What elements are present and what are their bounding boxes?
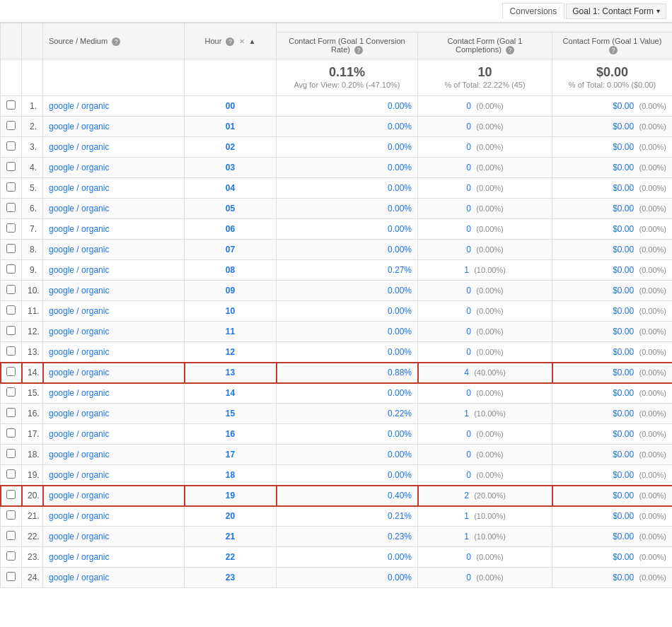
row-checkbox-cell[interactable]	[1, 486, 22, 506]
source-link[interactable]: google / organic	[49, 491, 109, 500]
row-completions: 0 (0.00%)	[418, 322, 552, 342]
completions-pct: (10.00%)	[474, 512, 506, 520]
row-checkbox-cell[interactable]	[1, 281, 22, 301]
row-checkbox-cell[interactable]	[1, 137, 22, 158]
row-checkbox-cell[interactable]	[1, 547, 22, 568]
source-link[interactable]: google / organic	[49, 265, 109, 275]
value-help-icon[interactable]: ?	[609, 46, 618, 54]
row-checkbox-cell[interactable]	[1, 96, 22, 117]
row-checkbox-cell[interactable]	[1, 424, 22, 445]
goal-selector[interactable]: Goal 1: Contact Form ▾	[566, 4, 666, 19]
source-link[interactable]: google / organic	[49, 573, 109, 582]
row-checkbox[interactable]	[6, 141, 16, 151]
row-checkbox[interactable]	[6, 326, 16, 335]
table-row: 23. google / organic 22 0.00% 0 (0.00%) …	[1, 547, 673, 568]
table-row: 10. google / organic 09 0.00% 0 (0.00%) …	[1, 281, 673, 301]
source-link[interactable]: google / organic	[49, 388, 109, 398]
row-checkbox-cell[interactable]	[1, 465, 22, 486]
row-checkbox[interactable]	[6, 387, 16, 397]
completions-help-icon[interactable]: ?	[506, 46, 514, 54]
hour-close-icon[interactable]: ✕	[239, 37, 245, 45]
row-checkbox[interactable]	[6, 244, 16, 253]
source-link[interactable]: google / organic	[49, 368, 109, 377]
row-checkbox[interactable]	[6, 428, 16, 438]
source-medium-header[interactable]: Source / Medium ?	[43, 23, 185, 59]
row-checkbox[interactable]	[6, 469, 16, 479]
hour-header[interactable]: Hour ? ✕ ▲	[185, 23, 277, 59]
source-help-icon[interactable]: ?	[112, 37, 120, 46]
source-link[interactable]: google / organic	[49, 183, 109, 193]
source-link[interactable]: google / organic	[49, 142, 109, 152]
row-checkbox-cell[interactable]	[1, 506, 22, 527]
row-rate: 0.00%	[277, 445, 418, 465]
source-link[interactable]: google / organic	[49, 327, 109, 336]
row-checkbox-cell[interactable]	[1, 342, 22, 363]
row-value: $0.00 (0.00%)	[552, 465, 673, 486]
row-checkbox-cell[interactable]	[1, 219, 22, 240]
row-checkbox[interactable]	[6, 162, 16, 171]
source-link[interactable]: google / organic	[49, 101, 109, 111]
row-checkbox[interactable]	[6, 305, 16, 315]
row-value: $0.00 (0.00%)	[552, 322, 673, 342]
row-checkbox[interactable]	[6, 490, 16, 499]
row-checkbox-cell[interactable]	[1, 322, 22, 342]
row-hour: 19	[185, 486, 277, 506]
row-checkbox[interactable]	[6, 408, 16, 417]
row-checkbox[interactable]	[6, 449, 16, 458]
source-link[interactable]: google / organic	[49, 532, 109, 541]
row-checkbox-cell[interactable]	[1, 383, 22, 404]
row-checkbox-cell[interactable]	[1, 527, 22, 547]
source-link[interactable]: google / organic	[49, 552, 109, 562]
row-checkbox-cell[interactable]	[1, 404, 22, 424]
row-checkbox[interactable]	[6, 346, 16, 356]
sort-asc-icon[interactable]: ▲	[249, 37, 256, 45]
row-checkbox[interactable]	[6, 285, 16, 294]
row-value: $0.00 (0.00%)	[552, 568, 673, 588]
row-checkbox-cell[interactable]	[1, 117, 22, 137]
row-checkbox-cell[interactable]	[1, 178, 22, 199]
value-value: $0.00	[613, 450, 634, 459]
row-number: 13.	[22, 342, 43, 363]
row-hour: 15	[185, 404, 277, 424]
source-link[interactable]: google / organic	[49, 429, 109, 439]
row-checkbox-cell[interactable]	[1, 240, 22, 260]
row-checkbox[interactable]	[6, 572, 16, 581]
source-link[interactable]: google / organic	[49, 163, 109, 172]
row-completions: 0 (0.00%)	[418, 240, 552, 260]
row-checkbox-cell[interactable]	[1, 568, 22, 588]
row-checkbox[interactable]	[6, 223, 16, 233]
source-link[interactable]: google / organic	[49, 511, 109, 521]
row-checkbox[interactable]	[6, 100, 16, 110]
row-checkbox[interactable]	[6, 121, 16, 130]
table-row: 20. google / organic 19 0.40% 2 (20.00%)…	[1, 486, 673, 506]
row-hour: 14	[185, 383, 277, 404]
source-link[interactable]: google / organic	[49, 204, 109, 213]
rate-help-icon[interactable]: ?	[354, 46, 363, 54]
row-checkbox[interactable]	[6, 551, 16, 561]
source-link[interactable]: google / organic	[49, 347, 109, 357]
hour-help-icon[interactable]: ?	[226, 37, 234, 46]
source-link[interactable]: google / organic	[49, 122, 109, 131]
row-checkbox-cell[interactable]	[1, 199, 22, 219]
row-checkbox-cell[interactable]	[1, 301, 22, 322]
source-link[interactable]: google / organic	[49, 306, 109, 316]
source-link[interactable]: google / organic	[49, 224, 109, 234]
source-link[interactable]: google / organic	[49, 286, 109, 295]
row-checkbox[interactable]	[6, 264, 16, 274]
row-checkbox[interactable]	[6, 182, 16, 192]
row-checkbox-cell[interactable]	[1, 445, 22, 465]
row-checkbox-cell[interactable]	[1, 260, 22, 281]
conversions-tab[interactable]: Conversions	[502, 3, 565, 19]
row-checkbox[interactable]	[6, 531, 16, 540]
row-checkbox[interactable]	[6, 367, 16, 376]
source-link[interactable]: google / organic	[49, 245, 109, 254]
value-pct: (0.00%)	[639, 286, 667, 295]
hour-label: Hour	[205, 37, 222, 45]
source-link[interactable]: google / organic	[49, 450, 109, 459]
source-link[interactable]: google / organic	[49, 470, 109, 480]
row-checkbox-cell[interactable]	[1, 158, 22, 178]
row-checkbox[interactable]	[6, 203, 16, 212]
row-checkbox-cell[interactable]	[1, 363, 22, 383]
source-link[interactable]: google / organic	[49, 409, 109, 418]
row-checkbox[interactable]	[6, 510, 16, 520]
